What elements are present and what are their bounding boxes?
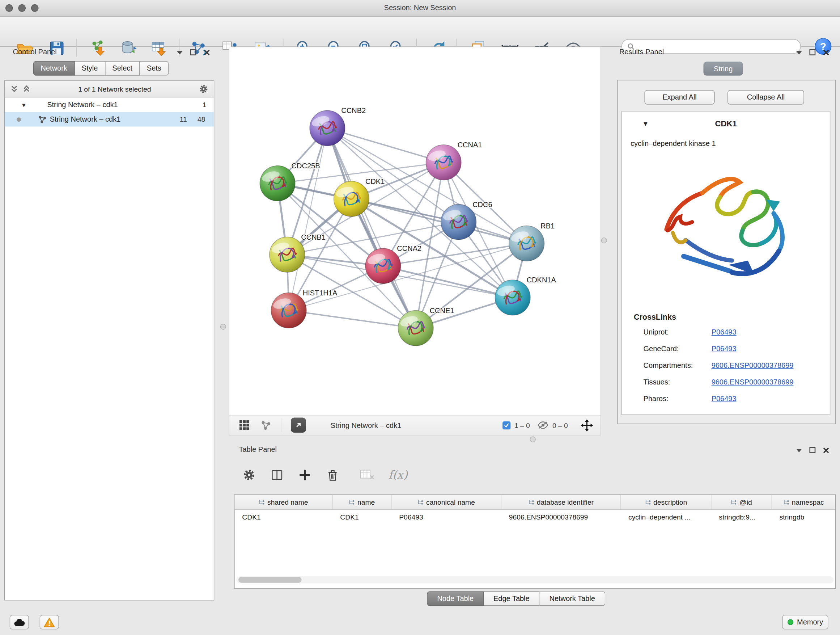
crosslink-genecard-link[interactable]: P06493 (712, 345, 737, 353)
cell-name[interactable]: CDK1 (333, 513, 392, 521)
column-header-id[interactable]: @id (712, 495, 772, 509)
panel-close-icon[interactable] (822, 447, 830, 454)
network-collection-row[interactable]: ▼ String Network – cdk1 1 (5, 98, 214, 112)
cell-shared-name[interactable]: CDK1 (235, 513, 333, 521)
table-panel-title: Table Panel (239, 446, 276, 454)
add-column-button[interactable] (294, 464, 316, 486)
network-node-CDK1[interactable]: CDK1 (334, 177, 385, 217)
results-panel-title: Results Panel (619, 48, 664, 56)
network-dot-icon (17, 117, 21, 122)
cell-database-identifier[interactable]: 9606.ENSP00000378699 (501, 513, 621, 521)
panel-float-icon[interactable] (809, 49, 816, 57)
panel-collapse-icon[interactable] (795, 447, 803, 454)
tab-sets[interactable]: Sets (140, 61, 169, 76)
cell-namespace[interactable]: stringdb (772, 513, 835, 521)
column-label: canonical name (426, 498, 475, 506)
show-columns-button[interactable] (266, 464, 287, 486)
table-settings-button[interactable] (238, 464, 260, 486)
panel-close-icon[interactable] (203, 49, 210, 57)
collapse-all-button[interactable]: Collapse All (728, 90, 804, 105)
network-share-icon (38, 115, 47, 124)
network-node-CCNA1[interactable]: CCNA1 (426, 141, 482, 180)
memory-button[interactable]: Memory (782, 615, 828, 630)
panel-close-icon[interactable] (822, 49, 830, 57)
network-node-HIST1H1A[interactable]: HIST1H1A (271, 289, 338, 328)
crosslink-tissues-link[interactable]: 9606.ENSP00000378699 (712, 378, 794, 386)
columns-icon (270, 468, 284, 482)
hidden-counts: 0 – 0 (553, 421, 568, 429)
node-table: shared name name canonical name database… (234, 494, 836, 589)
network-node-CDKN1A[interactable]: CDKN1A (495, 276, 556, 315)
delete-table-button-disabled[interactable] (355, 464, 379, 486)
pan-crosshair-icon[interactable] (581, 419, 593, 431)
crosslink-pharos-link[interactable]: P06493 (712, 394, 737, 402)
table-header-row: shared name name canonical name database… (235, 495, 835, 510)
cell-description[interactable]: cyclin–dependent ... (621, 513, 711, 521)
horizontal-splitter-handle[interactable] (530, 436, 536, 442)
tab-network-table[interactable]: Network Table (540, 591, 605, 606)
network-node-CDC6[interactable]: CDC6 (441, 201, 493, 240)
panel-float-icon[interactable] (189, 49, 197, 57)
selected-checkbox-icon[interactable] (502, 421, 510, 429)
column-label: description (653, 498, 687, 506)
scrollbar-thumb[interactable] (238, 577, 302, 583)
tab-select[interactable]: Select (105, 61, 140, 76)
network-node-RB1[interactable]: RB1 (509, 222, 554, 261)
network-canvas[interactable]: CCNB2CCNA1CDC25BCDK1CDC6RB1CCNB1CCNA2CDK… (229, 47, 601, 416)
column-header-database-identifier[interactable]: database identifier (501, 495, 621, 509)
delete-column-button[interactable] (322, 464, 343, 486)
expand-all-chevron-icon[interactable] (10, 85, 18, 93)
gear-icon[interactable] (199, 84, 208, 94)
cloud-button[interactable] (10, 615, 29, 630)
network-edge-HIST1H1A-CCNE1[interactable] (289, 310, 416, 328)
column-header-shared-name[interactable]: shared name (235, 495, 333, 509)
column-header-description[interactable]: description (621, 495, 711, 509)
network-graph[interactable]: CCNB2CCNA1CDC25BCDK1CDC6RB1CCNB1CCNA2CDK… (229, 47, 600, 415)
cloud-icon (13, 618, 26, 627)
network-edge-RB1-HIST1H1A[interactable] (289, 243, 527, 310)
panel-collapse-icon[interactable] (795, 49, 803, 57)
tab-string[interactable]: String (703, 62, 743, 76)
crosslink-compartments-link[interactable]: 9606.ENSP00000378699 (712, 361, 794, 369)
column-label: @id (739, 498, 752, 506)
vertical-splitter-handle[interactable] (220, 324, 226, 329)
network-node-CCNB1[interactable]: CCNB1 (270, 233, 325, 272)
panel-float-icon[interactable] (809, 447, 816, 454)
network-node-CCNA2[interactable]: CCNA2 (365, 244, 422, 283)
function-builder-button[interactable]: f(x) (388, 469, 408, 481)
tab-network[interactable]: Network (33, 61, 75, 76)
export-view-button[interactable] (291, 418, 306, 432)
collapse-all-chevron-icon[interactable] (22, 85, 30, 93)
tab-style[interactable]: Style (75, 61, 105, 76)
crosslink-uniprot-link[interactable]: P06493 (712, 328, 737, 336)
column-header-name[interactable]: name (333, 495, 392, 509)
import-table-button[interactable] (147, 38, 171, 59)
network-node-CCNB2[interactable]: CCNB2 (309, 106, 366, 146)
cell-canonical-name[interactable]: P06493 (392, 513, 502, 521)
network-node-CCNE1[interactable]: CCNE1 (398, 307, 454, 346)
network-node-label: CDC6 (472, 201, 492, 209)
expand-all-button[interactable]: Expand All (645, 90, 715, 105)
tab-node-table[interactable]: Node Table (427, 591, 484, 606)
tab-edge-table[interactable]: Edge Table (484, 591, 539, 606)
warnings-button[interactable] (40, 615, 59, 630)
column-header-namespace[interactable]: namespac (772, 495, 835, 509)
import-network-file-button[interactable] (86, 38, 110, 59)
hidden-eye-slash-icon[interactable] (537, 421, 548, 430)
column-header-canonical-name[interactable]: canonical name (392, 495, 502, 509)
network-edge-CCNB2-HIST1H1A[interactable] (289, 128, 327, 310)
network-row-selected[interactable]: String Network – cdk1 11 48 (5, 112, 214, 127)
network-edge-CCNB2-CCNA1[interactable] (327, 128, 444, 163)
network-edge-CDK1-RB1[interactable] (351, 199, 526, 243)
import-network-database-button[interactable] (117, 38, 141, 59)
panel-collapse-icon[interactable] (176, 49, 184, 57)
column-type-icon (645, 499, 651, 505)
network-glyph-icon[interactable] (261, 420, 271, 430)
crosslink-label: Tissues: (644, 378, 670, 386)
table-row[interactable]: CDK1 CDK1 P06493 9606.ENSP00000378699 cy… (235, 510, 835, 524)
birds-eye-grid-icon[interactable] (239, 420, 249, 431)
vertical-splitter-handle[interactable] (601, 238, 607, 243)
network-edge-CCNB2-CCNE1[interactable] (327, 128, 416, 328)
cell-id[interactable]: stringdb:9... (712, 513, 772, 521)
tree-expand-arrow-icon[interactable]: ▼ (21, 102, 27, 108)
